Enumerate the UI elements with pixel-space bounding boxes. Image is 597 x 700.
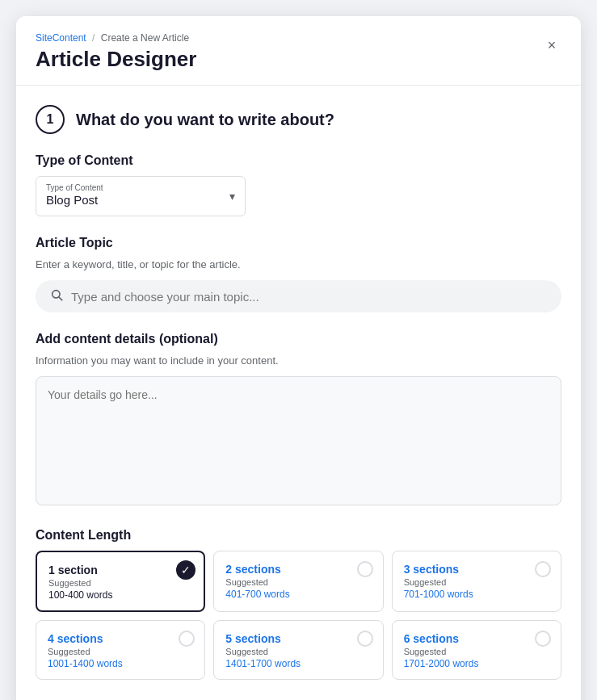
svg-line-1 (59, 297, 62, 300)
article-topic-subtitle: Enter a keyword, title, or topic for the… (36, 258, 561, 270)
close-button[interactable]: × (539, 32, 565, 58)
step-header: 1 What do you want to write about? (36, 105, 561, 134)
breadcrumb: SiteContent / Create a New Article (36, 32, 561, 44)
select-value: Blog Post (46, 193, 98, 207)
breadcrumb-separator: / (92, 32, 95, 44)
article-topic-section: Article Topic Enter a keyword, title, or… (36, 236, 561, 312)
length-card-1section[interactable]: 1 section Suggested 100-400 words ✓ (36, 551, 205, 612)
breadcrumb-current: Create a New Article (101, 32, 189, 44)
length-card-5-sub: Suggested (225, 647, 371, 656)
length-card-6-sub: Suggested (404, 647, 549, 656)
content-length-label: Content Length (36, 528, 561, 543)
length-card-2-title: 2 sections (225, 563, 371, 576)
chevron-down-icon: ▾ (229, 190, 235, 203)
article-topic-label: Article Topic (36, 236, 561, 250)
length-card-4sections[interactable]: 4 sections Suggested 1001-1400 words (36, 620, 205, 680)
length-card-1-sub: Suggested (48, 578, 192, 588)
radio-circle-3 (535, 561, 551, 577)
article-designer-modal: SiteContent / Create a New Article Artic… (16, 16, 581, 700)
length-card-5-words: 1401-1700 words (225, 658, 371, 669)
length-card-3-sub: Suggested (404, 577, 549, 587)
length-card-1-words: 100-400 words (48, 589, 192, 601)
type-of-content-select[interactable]: Type of Content Blog Post ▾ (36, 176, 246, 216)
content-details-textarea[interactable] (36, 376, 561, 505)
content-details-label: Add content details (optional) (36, 332, 561, 346)
modal-body: 1 What do you want to write about? Type … (16, 86, 581, 700)
modal-header: SiteContent / Create a New Article Artic… (16, 16, 581, 86)
search-bar[interactable] (36, 280, 561, 312)
radio-circle-5 (357, 631, 373, 647)
select-field-label: Type of Content (46, 183, 216, 192)
length-card-6-words: 1701-2000 words (404, 658, 549, 669)
content-details-section: Add content details (optional) Informati… (36, 332, 561, 509)
length-card-4-title: 4 sections (48, 632, 193, 645)
radio-circle-6 (535, 631, 551, 647)
radio-circle-2 (357, 561, 373, 577)
length-card-5sections[interactable]: 5 sections Suggested 1401-1700 words (213, 620, 383, 680)
length-card-3-words: 701-1000 words (404, 589, 549, 600)
length-card-1-title: 1 section (48, 564, 192, 576)
length-card-2-sub: Suggested (225, 577, 371, 587)
modal-title: Article Designer (36, 47, 561, 72)
checkmark-icon: ✓ (176, 560, 195, 580)
type-of-content-label: Type of Content (36, 153, 561, 168)
length-card-2-words: 401-700 words (225, 589, 371, 600)
content-length-section: Content Length 1 section Suggested 100-4… (36, 528, 561, 680)
length-card-4-sub: Suggested (48, 647, 193, 656)
length-card-6-title: 6 sections (404, 632, 549, 645)
content-length-grid: 1 section Suggested 100-400 words ✓ 2 se… (36, 551, 561, 680)
step-question: What do you want to write about? (76, 111, 334, 129)
length-card-5-title: 5 sections (225, 632, 371, 645)
search-icon (50, 288, 63, 304)
step-circle: 1 (36, 105, 65, 134)
length-card-2sections[interactable]: 2 sections Suggested 401-700 words (213, 551, 383, 612)
length-card-3sections[interactable]: 3 sections Suggested 701-1000 words (392, 551, 561, 612)
length-card-3-title: 3 sections (404, 563, 549, 576)
content-details-subtitle: Information you may want to include in y… (36, 354, 561, 367)
topic-search-input[interactable] (71, 290, 547, 304)
length-card-6sections[interactable]: 6 sections Suggested 1701-2000 words (392, 620, 561, 680)
breadcrumb-parent[interactable]: SiteContent (36, 32, 86, 44)
length-card-4-words: 1001-1400 words (48, 658, 193, 669)
type-of-content-section: Type of Content Type of Content Blog Pos… (36, 153, 561, 216)
